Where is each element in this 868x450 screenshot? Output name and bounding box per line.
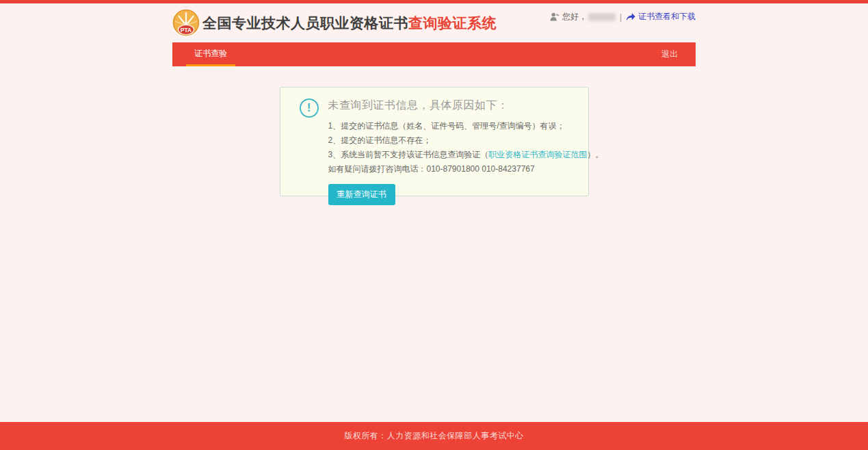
- phone-line: 如有疑问请拨打咨询电话：010-87901800 010-84237767: [328, 162, 604, 176]
- user-area: 您好， | 证书查看和下载: [550, 11, 696, 23]
- reason-item-1: 1、提交的证书信息（姓名、证件号码、管理号/查询编号）有误；: [328, 119, 604, 133]
- copyright-text: 版权所有：人力资源和社会保障部人事考试中心: [344, 430, 524, 442]
- reason-item-2: 2、提交的证书信息不存在；: [328, 133, 604, 148]
- greeting-text: 您好，: [562, 11, 587, 23]
- user-icon: [550, 12, 560, 21]
- notice-box: ! 未查询到证书信息，具体原因如下： 1、提交的证书信息（姓名、证件号码、管理号…: [280, 87, 589, 196]
- pta-logo-icon: PTA: [172, 10, 200, 37]
- footer: 版权所有：人力资源和社会保障部人事考试中心: [0, 422, 868, 450]
- retry-query-button[interactable]: 重新查询证书: [328, 184, 395, 205]
- brand: PTA 全国专业技术人员职业资格证书查询验证系统: [172, 10, 497, 37]
- reason-3-suffix: ）。: [587, 150, 603, 159]
- alert-exclamation-icon: !: [300, 98, 319, 118]
- reason-item-3: 3、系统当前暂不支持该证书信息查询验证（职业资格证书查询验证范围）。: [328, 148, 604, 162]
- reason-3-prefix: 3、系统当前暂不支持该证书信息查询验证（: [328, 150, 489, 159]
- redacted-username: [588, 13, 616, 21]
- notice-title: 未查询到证书信息，具体原因如下：: [328, 98, 604, 113]
- tab-certificate-check[interactable]: 证书查验: [186, 42, 235, 66]
- site-title-main: 全国专业技术人员职业资格证书: [202, 15, 408, 31]
- logo-text: PTA: [181, 27, 192, 34]
- site-title: 全国专业技术人员职业资格证书查询验证系统: [202, 14, 497, 33]
- main-navbar: 证书查验 退出: [172, 42, 696, 66]
- scope-link[interactable]: 职业资格证书查询验证范围: [488, 150, 587, 159]
- share-arrow-icon: [626, 12, 635, 21]
- logout-button[interactable]: 退出: [653, 42, 686, 66]
- view-download-label: 证书查看和下载: [638, 11, 696, 23]
- notice-content: 未查询到证书信息，具体原因如下： 1、提交的证书信息（姓名、证件号码、管理号/查…: [328, 96, 604, 196]
- header: PTA 全国专业技术人员职业资格证书查询验证系统 您好， | 证书查看和下载: [172, 3, 696, 42]
- view-download-link[interactable]: 证书查看和下载: [626, 11, 696, 23]
- site-title-accent: 查询验证系统: [408, 15, 497, 31]
- separator: |: [620, 12, 622, 22]
